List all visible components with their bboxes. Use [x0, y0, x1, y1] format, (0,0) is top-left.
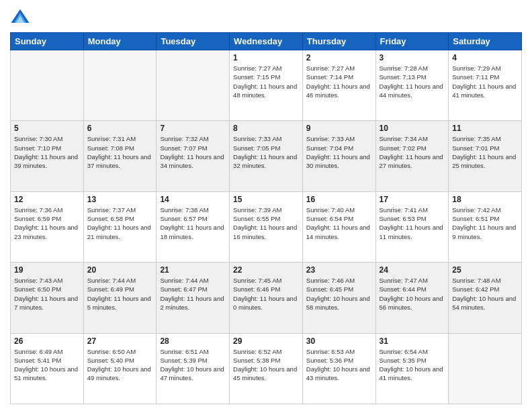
calendar-cell: 16Sunrise: 7:40 AMSunset: 6:54 PMDayligh… [302, 191, 375, 262]
week-row-5: 26Sunrise: 6:49 AMSunset: 5:41 PMDayligh… [11, 333, 522, 404]
calendar-cell: 25Sunrise: 7:48 AMSunset: 6:42 PMDayligh… [449, 263, 522, 333]
calendar-cell: 22Sunrise: 7:45 AMSunset: 6:46 PMDayligh… [230, 263, 303, 333]
calendar-cell: 31Sunrise: 6:54 AMSunset: 5:35 PMDayligh… [375, 333, 449, 404]
day-number: 3 [380, 53, 445, 62]
day-info: Sunrise: 7:45 AMSunset: 6:46 PMDaylight:… [233, 276, 299, 312]
weekday-header-wednesday: Wednesday [230, 33, 303, 50]
calendar-cell: 23Sunrise: 7:46 AMSunset: 6:45 PMDayligh… [302, 263, 375, 333]
calendar-cell: 26Sunrise: 6:49 AMSunset: 5:41 PMDayligh… [11, 333, 84, 404]
weekday-header-tuesday: Tuesday [157, 33, 230, 50]
day-number: 29 [233, 336, 299, 346]
day-info: Sunrise: 6:49 AMSunset: 5:41 PMDaylight:… [14, 347, 80, 383]
day-info: Sunrise: 7:33 AMSunset: 7:05 PMDaylight:… [233, 134, 299, 170]
day-info: Sunrise: 7:37 AMSunset: 6:58 PMDaylight:… [87, 205, 153, 241]
calendar-cell: 4Sunrise: 7:29 AMSunset: 7:11 PMDaylight… [449, 50, 522, 121]
calendar-cell: 11Sunrise: 7:35 AMSunset: 7:01 PMDayligh… [449, 121, 522, 191]
day-number: 9 [306, 124, 372, 133]
day-number: 21 [160, 265, 226, 275]
header-row: SundayMondayTuesdayWednesdayThursdayFrid… [11, 33, 522, 50]
calendar-cell: 7Sunrise: 7:32 AMSunset: 7:07 PMDaylight… [157, 121, 230, 191]
day-info: Sunrise: 7:35 AMSunset: 7:01 PMDaylight:… [452, 134, 518, 170]
day-number: 18 [452, 195, 518, 204]
calendar-cell: 27Sunrise: 6:50 AMSunset: 5:40 PMDayligh… [83, 333, 157, 404]
day-info: Sunrise: 7:48 AMSunset: 6:42 PMDaylight:… [452, 276, 518, 312]
day-info: Sunrise: 7:42 AMSunset: 6:51 PMDaylight:… [452, 205, 518, 241]
calendar-cell: 1Sunrise: 7:27 AMSunset: 7:15 PMDaylight… [230, 50, 303, 121]
day-number: 7 [160, 124, 226, 133]
weekday-header-sunday: Sunday [11, 33, 84, 50]
weekday-header-thursday: Thursday [302, 33, 375, 50]
day-info: Sunrise: 7:46 AMSunset: 6:45 PMDaylight:… [306, 276, 372, 312]
weekday-header-monday: Monday [83, 33, 157, 50]
day-info: Sunrise: 7:27 AMSunset: 7:15 PMDaylight:… [233, 64, 299, 99]
day-info: Sunrise: 6:50 AMSunset: 5:40 PMDaylight:… [87, 347, 153, 383]
day-info: Sunrise: 7:32 AMSunset: 7:07 PMDaylight:… [160, 134, 226, 170]
day-number: 20 [87, 265, 153, 275]
calendar-cell [449, 333, 522, 404]
day-number: 26 [14, 336, 80, 346]
calendar-cell: 6Sunrise: 7:31 AMSunset: 7:08 PMDaylight… [83, 121, 157, 191]
calendar-cell: 29Sunrise: 6:52 AMSunset: 5:38 PMDayligh… [230, 333, 303, 404]
day-number: 19 [14, 265, 80, 275]
calendar-cell: 5Sunrise: 7:30 AMSunset: 7:10 PMDaylight… [11, 121, 84, 191]
weekday-header-saturday: Saturday [449, 33, 522, 50]
day-number: 28 [160, 336, 226, 346]
day-info: Sunrise: 7:34 AMSunset: 7:02 PMDaylight:… [380, 134, 445, 170]
day-number: 23 [306, 265, 372, 275]
calendar-cell: 15Sunrise: 7:39 AMSunset: 6:55 PMDayligh… [230, 191, 303, 262]
day-info: Sunrise: 7:41 AMSunset: 6:53 PMDaylight:… [380, 205, 445, 241]
day-number: 13 [87, 195, 153, 204]
day-number: 10 [380, 124, 445, 133]
page: SundayMondayTuesdayWednesdayThursdayFrid… [0, 0, 532, 411]
week-row-2: 5Sunrise: 7:30 AMSunset: 7:10 PMDaylight… [11, 121, 522, 191]
day-info: Sunrise: 6:52 AMSunset: 5:38 PMDaylight:… [233, 347, 299, 383]
logo-icon [10, 7, 30, 27]
day-number: 30 [306, 336, 372, 346]
calendar-cell: 9Sunrise: 7:33 AMSunset: 7:04 PMDaylight… [302, 121, 375, 191]
calendar-cell: 3Sunrise: 7:28 AMSunset: 7:13 PMDaylight… [375, 50, 449, 121]
calendar-cell: 28Sunrise: 6:51 AMSunset: 5:39 PMDayligh… [157, 333, 230, 404]
day-info: Sunrise: 6:51 AMSunset: 5:39 PMDaylight:… [160, 347, 226, 383]
day-number: 14 [160, 195, 226, 204]
day-number: 12 [14, 195, 80, 204]
day-info: Sunrise: 7:43 AMSunset: 6:50 PMDaylight:… [14, 276, 80, 312]
calendar-cell: 10Sunrise: 7:34 AMSunset: 7:02 PMDayligh… [375, 121, 449, 191]
calendar-cell: 12Sunrise: 7:36 AMSunset: 6:59 PMDayligh… [11, 191, 84, 262]
day-number: 2 [306, 53, 372, 62]
day-number: 5 [14, 124, 80, 133]
day-info: Sunrise: 7:27 AMSunset: 7:14 PMDaylight:… [306, 64, 372, 99]
day-info: Sunrise: 7:30 AMSunset: 7:10 PMDaylight:… [14, 134, 80, 170]
day-number: 8 [233, 124, 299, 133]
day-number: 27 [87, 336, 153, 346]
calendar-cell: 30Sunrise: 6:53 AMSunset: 5:36 PMDayligh… [302, 333, 375, 404]
calendar-table: SundayMondayTuesdayWednesdayThursdayFrid… [10, 32, 522, 404]
week-row-3: 12Sunrise: 7:36 AMSunset: 6:59 PMDayligh… [11, 191, 522, 262]
calendar-cell [11, 50, 84, 121]
day-info: Sunrise: 7:36 AMSunset: 6:59 PMDaylight:… [14, 205, 80, 241]
day-number: 16 [306, 195, 372, 204]
calendar-cell: 18Sunrise: 7:42 AMSunset: 6:51 PMDayligh… [449, 191, 522, 262]
day-info: Sunrise: 6:53 AMSunset: 5:36 PMDaylight:… [306, 347, 372, 383]
day-info: Sunrise: 7:44 AMSunset: 6:47 PMDaylight:… [160, 276, 226, 312]
day-info: Sunrise: 7:33 AMSunset: 7:04 PMDaylight:… [306, 134, 372, 170]
day-number: 22 [233, 265, 299, 275]
calendar-cell: 2Sunrise: 7:27 AMSunset: 7:14 PMDaylight… [302, 50, 375, 121]
week-row-1: 1Sunrise: 7:27 AMSunset: 7:15 PMDaylight… [11, 50, 522, 121]
day-info: Sunrise: 7:44 AMSunset: 6:49 PMDaylight:… [87, 276, 153, 312]
day-number: 17 [380, 195, 445, 204]
day-number: 6 [87, 124, 153, 133]
day-info: Sunrise: 7:28 AMSunset: 7:13 PMDaylight:… [380, 64, 445, 99]
day-info: Sunrise: 7:38 AMSunset: 6:57 PMDaylight:… [160, 205, 226, 241]
calendar-cell: 8Sunrise: 7:33 AMSunset: 7:05 PMDaylight… [230, 121, 303, 191]
weekday-header-friday: Friday [375, 33, 449, 50]
header [10, 7, 522, 27]
calendar-cell: 24Sunrise: 7:47 AMSunset: 6:44 PMDayligh… [375, 263, 449, 333]
day-info: Sunrise: 7:39 AMSunset: 6:55 PMDaylight:… [233, 205, 299, 241]
calendar-cell [83, 50, 157, 121]
day-number: 1 [233, 53, 299, 62]
day-info: Sunrise: 7:31 AMSunset: 7:08 PMDaylight:… [87, 134, 153, 170]
day-info: Sunrise: 6:54 AMSunset: 5:35 PMDaylight:… [380, 347, 445, 383]
calendar-cell: 14Sunrise: 7:38 AMSunset: 6:57 PMDayligh… [157, 191, 230, 262]
calendar-cell: 20Sunrise: 7:44 AMSunset: 6:49 PMDayligh… [83, 263, 157, 333]
calendar-cell: 19Sunrise: 7:43 AMSunset: 6:50 PMDayligh… [11, 263, 84, 333]
